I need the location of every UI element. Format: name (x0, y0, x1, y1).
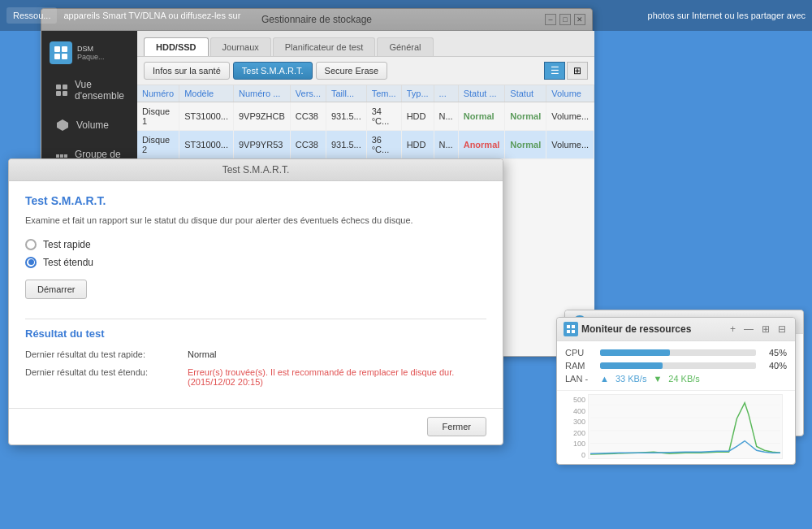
cell-modele: ST31000... (179, 131, 234, 159)
col-volume[interactable]: Volume (546, 85, 594, 102)
smart-description: Examine et fait un rapport sur le statut… (25, 214, 486, 228)
radio-extended-test[interactable]: Test étendu (25, 257, 486, 268)
result-section-title: Résultat du test (25, 327, 486, 340)
smart-section-title: Test S.M.A.R.T. (25, 194, 486, 207)
chart-label-500: 500 (565, 396, 585, 404)
widget-add-btn[interactable]: + (728, 323, 738, 335)
top-taskbar: Ressou... appareils Smart TV/DLNA ou dif… (0, 0, 812, 31)
dialog-footer: Fermer (9, 408, 503, 444)
radio-quick-test[interactable]: Test rapide (25, 239, 486, 250)
cell-type: HDD (401, 102, 434, 131)
taskbar-item-1[interactable]: Ressou... (6, 7, 57, 24)
svg-rect-9 (56, 154, 59, 158)
result-value-extended: Erreur(s) trouvée(s). Il est recommandé … (188, 367, 486, 387)
cell-extra: N... (434, 102, 458, 131)
widget-min-btn[interactable]: — (741, 323, 756, 335)
cell-statut2: Normal (505, 102, 546, 131)
resource-chart (588, 394, 783, 459)
cell-numero2: 9VP9ZHCB (233, 102, 290, 131)
resource-monitor-titlebar: Moniteur de ressources + — ⊞ ⊟ (557, 318, 795, 341)
smart-test-button[interactable]: Test S.M.A.R.T. (233, 62, 313, 80)
col-version[interactable]: Vers... (290, 85, 326, 102)
svg-rect-0 (54, 46, 60, 52)
table-row[interactable]: Disque 1 ST31000... 9VP9ZHCB CC38 931.5.… (137, 102, 594, 131)
chart-y-labels: 500 400 300 200 100 0 (565, 394, 588, 459)
cell-modele: ST31000... (179, 102, 234, 131)
tab-journaux[interactable]: Journaux (210, 37, 271, 56)
volume-icon (55, 118, 70, 132)
svg-marker-8 (57, 119, 68, 131)
start-button[interactable]: Démarrer (25, 280, 87, 299)
col-numero[interactable]: Numéro (137, 85, 179, 102)
smart-dialog-body: Test S.M.A.R.T. Examine et fait un rappo… (9, 181, 503, 408)
smart-dialog-title: Test S.M.A.R.T. (222, 164, 290, 176)
logo-icon (50, 41, 72, 64)
tab-general[interactable]: Général (377, 37, 433, 56)
sidebar-item-vue-ensemble[interactable]: Vue d'ensemble (41, 71, 137, 110)
col-numero2[interactable]: Numéro ... (233, 85, 290, 102)
lan-down-speed: 24 KB/s (668, 374, 700, 384)
svg-rect-1 (62, 46, 67, 52)
cell-temp: 36 °C... (366, 131, 401, 159)
cell-type: HDD (401, 131, 434, 159)
taskbar-item-3: photos sur Internet ou les partager avec (648, 11, 806, 20)
smart-dialog: Test S.M.A.R.T. Test S.M.A.R.T. Examine … (8, 158, 503, 445)
lan-up-icon: ▲ (600, 374, 609, 384)
svg-rect-20 (567, 325, 570, 328)
tab-planificateur[interactable]: Planificateur de test (273, 37, 376, 56)
resource-monitor-title: Moniteur de ressources (581, 323, 691, 335)
chart-label-100: 100 (565, 440, 585, 448)
lan-down-icon: ▼ (653, 374, 662, 384)
cell-extra: N... (434, 131, 458, 159)
radio-circle-quick (25, 239, 37, 250)
svg-rect-11 (64, 154, 67, 158)
close-button[interactable]: Fermer (427, 417, 486, 436)
radio-group: Test rapide Test étendu (25, 239, 486, 268)
grid-view-button[interactable]: ⊞ (567, 62, 588, 80)
svg-rect-23 (572, 330, 575, 333)
cpu-pct: 45% (762, 348, 787, 358)
svg-rect-10 (60, 154, 63, 158)
cell-numero2: 9VP9YR53 (233, 131, 290, 159)
chart-label-200: 200 (565, 429, 585, 437)
cell-version: CC38 (290, 131, 326, 159)
col-statut2[interactable]: Statut (505, 85, 546, 102)
cpu-progress-fill (600, 349, 670, 356)
secure-erase-button[interactable]: Secure Erase (316, 62, 388, 80)
col-statut1[interactable]: Statut ... (458, 85, 505, 102)
cell-version: CC38 (290, 102, 326, 131)
sidebar-item-volume[interactable]: Volume (41, 110, 137, 141)
cell-statut2: Normal (505, 131, 546, 159)
cell-volume: Volume... (546, 131, 594, 159)
tabs-bar: HDD/SSD Journaux Planificateur de test G… (137, 31, 594, 57)
sidebar-logo-text: DSM Paque... (77, 45, 105, 61)
tab-hdd-ssd[interactable]: HDD/SSD (144, 37, 209, 56)
cell-numero: Disque 2 (137, 131, 179, 159)
col-temp[interactable]: Tem... (366, 85, 401, 102)
ram-progress-fill (600, 362, 663, 369)
widget-close-btn[interactable]: ⊟ (775, 323, 788, 335)
view-toggle: ☰ ⊞ (544, 62, 588, 80)
cell-volume: Volume... (546, 102, 594, 131)
resource-monitor-icon (564, 322, 578, 336)
ram-pct: 40% (762, 361, 787, 371)
col-extra[interactable]: ... (434, 85, 458, 102)
widget-restore-btn[interactable]: ⊞ (759, 323, 772, 335)
col-modele[interactable]: Modèle (179, 85, 234, 102)
cpu-label: CPU (565, 348, 594, 358)
radio-label-extended: Test étendu (43, 257, 93, 268)
radio-dot (28, 259, 34, 265)
svg-rect-2 (54, 54, 60, 59)
resource-section: CPU 45% RAM 40% LAN - ▲ 33 KB/s ▼ 24 KB/… (557, 341, 795, 391)
list-view-button[interactable]: ☰ (544, 62, 565, 80)
radio-label-quick: Test rapide (43, 239, 91, 250)
health-info-button[interactable]: Infos sur la santé (144, 62, 230, 80)
disk-table: Numéro Modèle Numéro ... Vers... Taill..… (137, 85, 594, 159)
ram-progress-bg (600, 362, 756, 369)
table-row[interactable]: Disque 2 ST31000... 9VP9YR53 CC38 931.5.… (137, 131, 594, 159)
col-taille[interactable]: Taill... (326, 85, 367, 102)
col-type[interactable]: Typ... (401, 85, 434, 102)
cell-statut1: Normal (458, 102, 505, 131)
svg-rect-7 (63, 91, 67, 96)
radio-circle-extended (25, 257, 37, 268)
